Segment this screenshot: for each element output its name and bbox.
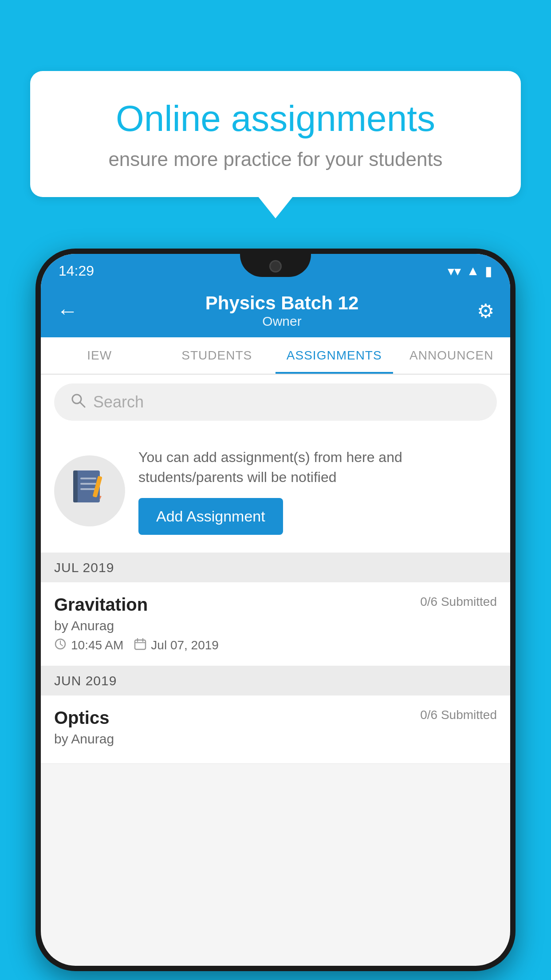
search-placeholder: Search (93, 393, 144, 411)
svg-rect-3 (73, 470, 78, 502)
assignment-submitted-optics: 0/6 Submitted (420, 708, 497, 722)
tab-assignments[interactable]: ASSIGNMENTS (276, 337, 393, 374)
svg-line-11 (60, 644, 63, 646)
assignment-time-text: 10:45 AM (71, 638, 123, 652)
back-button[interactable]: ← (57, 299, 78, 323)
tab-students[interactable]: STUDENTS (158, 337, 276, 374)
section-header-jul2019: JUL 2019 (41, 553, 510, 582)
promo-text-area: You can add assignment(s) from here and … (138, 447, 497, 535)
assignment-time-item: 10:45 AM (54, 638, 123, 653)
tab-announcements[interactable]: ANNOUNCEN (393, 337, 511, 374)
phone-camera (269, 260, 282, 273)
battery-icon: ▮ (485, 263, 492, 279)
assignment-top-row: Gravitation 0/6 Submitted (54, 595, 497, 615)
status-time: 14:29 (59, 263, 94, 279)
app-bar-center: Physics Batch 12 Owner (87, 292, 477, 329)
assignment-author-optics: by Anurag (54, 731, 497, 747)
wifi-icon: ▾▾ (448, 263, 461, 279)
phone-frame: 14:29 ▾▾ ▲ ▮ ← Physics Batch 12 Owner ⚙ (35, 249, 516, 971)
speech-bubble-title: Online assignments (66, 98, 485, 139)
promo-icon-circle (54, 455, 125, 526)
svg-rect-12 (135, 640, 146, 649)
notebook-icon (70, 467, 110, 515)
svg-rect-6 (80, 488, 96, 490)
search-icon (70, 392, 86, 412)
phone-inner: 14:29 ▾▾ ▲ ▮ ← Physics Batch 12 Owner ⚙ (41, 254, 510, 966)
section-header-jun2019: JUN 2019 (41, 666, 510, 695)
assignment-title-optics: Optics (54, 708, 109, 728)
assignment-submitted-gravitation: 0/6 Submitted (420, 595, 497, 609)
assignment-item-gravitation[interactable]: Gravitation 0/6 Submitted by Anurag (41, 582, 510, 666)
app-bar-subtitle: Owner (87, 314, 477, 329)
assignment-item-optics[interactable]: Optics 0/6 Submitted by Anurag (41, 695, 510, 764)
search-bar[interactable]: Search (54, 383, 497, 421)
add-assignment-button[interactable]: Add Assignment (138, 498, 283, 535)
speech-bubble: Online assignments ensure more practice … (30, 71, 521, 197)
promo-description: You can add assignment(s) from here and … (138, 447, 497, 487)
signal-icon: ▲ (466, 263, 480, 278)
tabs-container: IEW STUDENTS ASSIGNMENTS ANNOUNCEN (41, 337, 510, 375)
assignment-top-row-optics: Optics 0/6 Submitted (54, 708, 497, 728)
assignment-date-text: Jul 07, 2019 (151, 638, 219, 652)
scrollable-content: Search (41, 375, 510, 966)
status-icons: ▾▾ ▲ ▮ (448, 263, 492, 279)
clock-icon (54, 638, 67, 653)
speech-bubble-subtitle: ensure more practice for your students (66, 148, 485, 170)
assignment-title-gravitation: Gravitation (54, 595, 148, 615)
svg-line-1 (80, 403, 85, 407)
app-bar: ← Physics Batch 12 Owner ⚙ (41, 284, 510, 337)
phone-notch (240, 254, 311, 277)
assignment-date-item: Jul 07, 2019 (134, 638, 219, 653)
settings-icon[interactable]: ⚙ (477, 300, 494, 322)
app-bar-title: Physics Batch 12 (87, 292, 477, 314)
speech-bubble-container: Online assignments ensure more practice … (30, 71, 521, 197)
promo-card: You can add assignment(s) from here and … (41, 430, 510, 553)
search-container: Search (41, 375, 510, 430)
phone-screen: 14:29 ▾▾ ▲ ▮ ← Physics Batch 12 Owner ⚙ (41, 254, 510, 966)
tab-iew[interactable]: IEW (41, 337, 158, 374)
assignment-author-gravitation: by Anurag (54, 618, 497, 633)
calendar-icon (134, 638, 146, 653)
svg-rect-4 (80, 478, 96, 479)
svg-rect-5 (80, 483, 96, 485)
assignment-meta-gravitation: 10:45 AM Jul 07, 201 (54, 638, 497, 653)
